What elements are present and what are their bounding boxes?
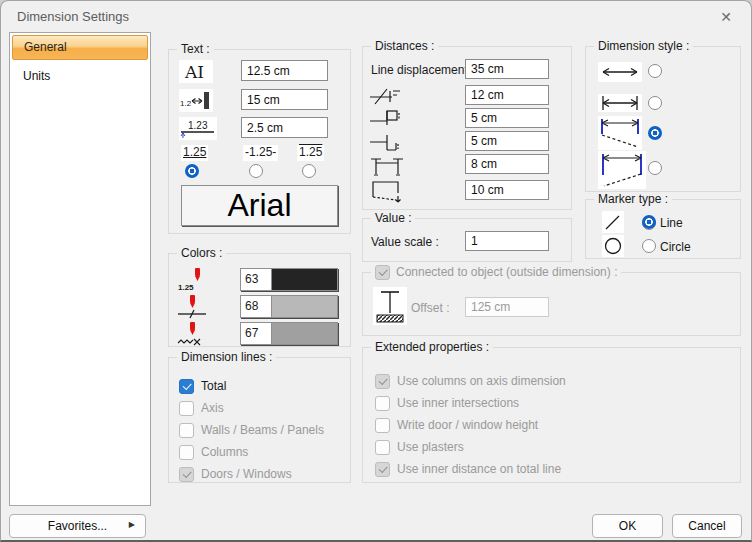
checkbox-axis[interactable]: Axis xyxy=(179,399,224,417)
checkbox-use-columns-axis-label: Use columns on axis dimension xyxy=(397,374,566,388)
dimension-style-radio-2[interactable] xyxy=(648,96,662,110)
dimension-line-color-swatch xyxy=(272,296,337,317)
checkbox-use-plasters-box xyxy=(375,440,390,455)
text-group: Text : AI 1.2 1.23 1.25 -1.25- 1.25 xyxy=(168,49,351,234)
line-displacement-label: Line displacement : xyxy=(371,63,474,77)
text-height-icon: AI xyxy=(179,60,213,83)
auxiliary-line-color-number: 67 xyxy=(241,323,272,344)
font-preview-button[interactable]: Arial xyxy=(181,185,338,226)
wall-end-flag-distance-icon xyxy=(369,108,405,130)
favorites-button[interactable]: Favorites... ▶ xyxy=(9,514,146,538)
dimension-style-title: Dimension style : xyxy=(594,39,693,54)
text-align-inline-label: -1.25- xyxy=(243,145,278,161)
offset-object-icon xyxy=(373,287,407,325)
colors-group: Colors : 1.25 63 68 xyxy=(168,253,351,347)
checkbox-doors-windows-box xyxy=(179,467,194,482)
marker-circle-radio[interactable] xyxy=(642,239,656,253)
checkbox-use-plasters-label: Use plasters xyxy=(397,440,464,454)
sidebar-item-units[interactable]: Units xyxy=(10,64,150,88)
dimension-lines-group-title: Dimension lines : xyxy=(177,350,276,365)
dimension-line-color-icon xyxy=(177,295,209,319)
checkbox-door-window-height-label: Write door / window height xyxy=(397,418,538,432)
text-color-icon: 1.25 xyxy=(177,268,209,292)
offset-label: Offset : xyxy=(411,301,449,315)
marker-circle-label: Circle xyxy=(660,240,691,254)
checkbox-inner-distance-total[interactable]: Use inner distance on total line xyxy=(375,460,561,478)
extended-properties-group: Extended properties : Use columns on axi… xyxy=(362,347,741,483)
cancel-label: Cancel xyxy=(688,519,725,533)
wall-end-bracket-distance-input[interactable] xyxy=(465,131,549,151)
auxiliary-line-color-icon xyxy=(177,322,209,346)
checkbox-door-window-height-box xyxy=(375,418,390,433)
checkbox-door-window-height[interactable]: Write door / window height xyxy=(375,416,538,434)
checkbox-columns[interactable]: Columns xyxy=(179,443,248,461)
witness-lines-style-icon xyxy=(598,116,642,150)
text-height-input[interactable] xyxy=(241,60,328,81)
text-align-above-radio[interactable] xyxy=(185,164,199,178)
checkbox-doors-windows-label: Doors / Windows xyxy=(201,467,292,481)
value-scale-label: Value scale : xyxy=(371,235,439,249)
checkbox-total[interactable]: Total xyxy=(179,377,226,395)
dimension-style-radio-1[interactable] xyxy=(648,64,662,78)
checkbox-use-columns-axis[interactable]: Use columns on axis dimension xyxy=(375,372,566,390)
line-displacement-input[interactable] xyxy=(465,59,549,79)
text-align-above-label: 1.25 xyxy=(181,145,208,161)
double-post-distance-icon xyxy=(369,154,405,178)
value-scale-input[interactable] xyxy=(465,231,549,251)
close-icon[interactable]: ✕ xyxy=(711,5,741,28)
marker-line-radio-sel[interactable] xyxy=(642,215,656,229)
outline-diagonal-distance-input[interactable] xyxy=(465,180,549,200)
dimension-line-color-number: 68 xyxy=(241,296,272,317)
double-witness-lines-style-icon xyxy=(598,151,646,189)
checkbox-inner-intersections-box xyxy=(375,396,390,411)
colors-group-title: Colors : xyxy=(177,246,226,261)
text-position-input[interactable] xyxy=(241,117,328,138)
text-align-inline-radio[interactable] xyxy=(249,164,263,178)
marker-type-title: Marker type : xyxy=(594,192,672,207)
axis-intersection-distance-input[interactable] xyxy=(465,85,549,105)
checkbox-inner-distance-total-label: Use inner distance on total line xyxy=(397,462,561,476)
auxiliary-line-color-picker[interactable]: 67 xyxy=(240,322,338,345)
line-marker-icon xyxy=(602,211,624,233)
ok-label: OK xyxy=(619,519,636,533)
circle-marker-icon xyxy=(602,235,624,257)
offset-input xyxy=(465,297,549,317)
dimension-style-group: Dimension style : xyxy=(585,46,741,192)
checkbox-axis-box xyxy=(179,401,194,416)
checkbox-doors-windows[interactable]: Doors / Windows xyxy=(179,465,292,483)
extended-properties-title: Extended properties : xyxy=(371,340,493,355)
text-align-below-radio[interactable] xyxy=(302,164,316,178)
value-group: Value : Value scale : xyxy=(362,218,572,262)
svg-text:1.2: 1.2 xyxy=(180,99,192,108)
checkbox-total-label: Total xyxy=(201,379,226,393)
wall-end-flag-distance-input[interactable] xyxy=(465,108,549,128)
checkbox-inner-intersections-label: Use inner intersections xyxy=(397,396,519,410)
checkbox-walls-beams-panels-label: Walls / Beams / Panels xyxy=(201,423,324,437)
category-sidebar: General Units xyxy=(9,32,151,506)
text-gap-input[interactable] xyxy=(241,89,328,110)
connected-to-object-legend[interactable]: Connected to object (outside dimension) … xyxy=(371,265,621,280)
arrow-with-ticks-style-icon xyxy=(598,94,642,112)
marker-line-label: Line xyxy=(660,216,683,230)
text-group-title: Text : xyxy=(177,42,214,57)
text-align-below-label: 1.25 xyxy=(297,145,324,161)
outline-diagonal-distance-icon xyxy=(369,178,405,204)
dimension-style-radio-3[interactable] xyxy=(648,126,662,140)
sidebar-item-general[interactable]: General xyxy=(12,35,148,60)
text-color-number: 63 xyxy=(241,269,272,290)
text-color-picker[interactable]: 63 xyxy=(240,268,338,291)
double-post-distance-input[interactable] xyxy=(465,154,549,174)
dimension-style-radio-4[interactable] xyxy=(648,161,662,175)
checkbox-columns-label: Columns xyxy=(201,445,248,459)
cancel-button[interactable]: Cancel xyxy=(672,514,742,538)
checkbox-use-plasters[interactable]: Use plasters xyxy=(375,438,464,456)
auxiliary-line-color-swatch xyxy=(272,323,337,344)
ok-button[interactable]: OK xyxy=(592,514,663,538)
connected-to-object-group: Connected to object (outside dimension) … xyxy=(362,272,741,336)
text-position-icon: 1.23 xyxy=(179,117,217,140)
checkbox-columns-box xyxy=(179,445,194,460)
checkbox-inner-intersections[interactable]: Use inner intersections xyxy=(375,394,519,412)
dimension-line-color-picker[interactable]: 68 xyxy=(240,295,338,318)
checkbox-walls-beams-panels[interactable]: Walls / Beams / Panels xyxy=(179,421,324,439)
checkbox-axis-label: Axis xyxy=(201,401,224,415)
